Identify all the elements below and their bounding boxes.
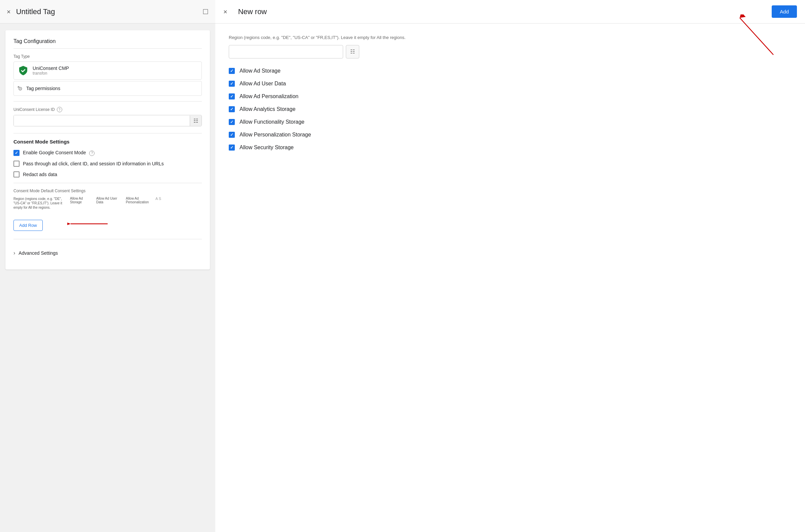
redact-ads-label: Redact ads data: [23, 172, 57, 177]
right-close-button[interactable]: ×: [223, 8, 227, 15]
checkbox-allow-functionality-storage[interactable]: [229, 119, 235, 125]
region-grid-button[interactable]: ☷: [346, 45, 359, 58]
tag-config-title: Tag Configuration: [14, 38, 202, 49]
uniconsent-tag-item[interactable]: UniConsent CMP transfon: [14, 61, 202, 80]
chevron-right-icon: ›: [14, 250, 15, 256]
right-checkbox-row: Allow Ad User Data: [229, 81, 791, 87]
right-checkbox-row: Allow Security Storage: [229, 145, 791, 151]
help-icon[interactable]: ?: [57, 107, 62, 112]
tag-type-label: Tag Type: [14, 54, 202, 59]
col-personal-header: Allow Ad Personalization: [126, 196, 153, 210]
pass-through-row: Pass through ad click, client ID, and se…: [14, 160, 202, 167]
add-button-arrow: [733, 15, 780, 58]
checkbox-allow-ad-user-data[interactable]: [229, 81, 235, 87]
checkbox-label-allow-personalization-storage: Allow Personalization Storage: [239, 132, 311, 138]
col-region-header: Region (regions code, e.g. "DE", "US-CA"…: [14, 196, 67, 210]
tag-type-section: Tag Type UniConsent CMP transfon ⛢ Tag p…: [14, 54, 202, 96]
divider-4: [14, 239, 202, 239]
checkbox-allow-security-storage[interactable]: [229, 145, 235, 151]
page-title: Untitled Tag: [16, 7, 202, 16]
right-checkbox-row: Allow Personalization Storage: [229, 132, 791, 138]
left-close-button[interactable]: ×: [7, 8, 11, 15]
right-header-left: × New row: [223, 7, 267, 16]
enable-consent-checkbox[interactable]: [14, 150, 19, 156]
redact-ads-checkbox[interactable]: [14, 171, 19, 177]
checkbox-list: Allow Ad StorageAllow Ad User DataAllow …: [229, 68, 791, 151]
right-checkbox-row: Allow Analytics Storage: [229, 106, 791, 112]
checkbox-label-allow-analytics-storage: Allow Analytics Storage: [239, 106, 295, 112]
divider-3: [14, 183, 202, 183]
table-header: Region (regions code, e.g. "DE", "US-CA"…: [14, 196, 202, 211]
tag-sub: transfon: [33, 71, 69, 76]
right-header: × New row Add: [215, 0, 805, 23]
tag-permissions-item[interactable]: ⛢ Tag permissions: [14, 81, 202, 96]
shield-icon: [18, 65, 29, 76]
checkbox-label-allow-security-storage: Allow Security Storage: [239, 145, 294, 151]
consent-default-label: Consent Mode Default Consent Settings: [14, 189, 202, 193]
tag-permissions-label: Tag permissions: [26, 86, 60, 91]
pass-through-checkbox[interactable]: [14, 160, 19, 167]
col-userdata-header: Allow Ad User Data: [96, 196, 123, 210]
col-more-header: A S: [155, 196, 162, 210]
right-checkbox-row: Allow Ad Storage: [229, 68, 791, 74]
enable-consent-label: Enable Google Consent Mode ?: [23, 150, 94, 156]
add-row-button[interactable]: Add Row: [14, 220, 43, 231]
consent-section-title: Consent Mode Settings: [14, 139, 202, 145]
left-content: Tag Configuration Tag Type UniConsent CM…: [0, 23, 215, 532]
divider-2: [14, 133, 202, 133]
license-grid-btn[interactable]: ☷: [190, 116, 201, 126]
right-checkbox-row: Allow Functionality Storage: [229, 119, 791, 125]
left-panel: × Untitled Tag ☐ Tag Configuration Tag T…: [0, 0, 215, 532]
checkbox-label-allow-ad-user-data: Allow Ad User Data: [239, 81, 286, 87]
license-input[interactable]: [14, 115, 190, 126]
enable-consent-row: Enable Google Consent Mode ?: [14, 150, 202, 156]
checkbox-allow-ad-personalization[interactable]: [229, 93, 235, 99]
region-input-row: ☷: [229, 45, 791, 58]
right-checkbox-row: Allow Ad Personalization: [229, 93, 791, 99]
checkbox-allow-ad-storage[interactable]: [229, 68, 235, 74]
add-button-container: Add: [772, 5, 797, 18]
right-panel: × New row Add Region (regions code, e.g.…: [215, 0, 805, 532]
key-icon: ⛢: [16, 84, 24, 93]
region-input[interactable]: [229, 45, 343, 58]
consent-help-icon[interactable]: ?: [89, 151, 94, 156]
add-row-arrow: [67, 217, 108, 230]
advanced-settings-row[interactable]: › Advanced Settings: [14, 245, 202, 262]
svg-line-3: [740, 18, 773, 55]
tag-config-card: Tag Configuration Tag Type UniConsent CM…: [5, 30, 210, 269]
left-header: × Untitled Tag ☐: [0, 0, 215, 23]
checkbox-allow-personalization-storage[interactable]: [229, 132, 235, 138]
right-panel-title: New row: [238, 7, 267, 16]
advanced-settings-label: Advanced Settings: [18, 250, 58, 256]
tag-name: UniConsent CMP: [33, 65, 69, 71]
tag-info: UniConsent CMP transfon: [33, 65, 69, 76]
license-input-group: ☷: [14, 115, 202, 126]
checkbox-label-allow-ad-storage: Allow Ad Storage: [239, 68, 280, 74]
checkbox-label-allow-functionality-storage: Allow Functionality Storage: [239, 119, 305, 125]
license-label: UniConsent License ID ?: [14, 107, 202, 112]
divider-1: [14, 101, 202, 101]
right-content: Region (regions code, e.g. "DE", "US-CA"…: [215, 23, 805, 532]
table-section: Consent Mode Default Consent Settings Re…: [14, 189, 202, 211]
redact-ads-row: Redact ads data: [14, 171, 202, 177]
checkbox-label-allow-ad-personalization: Allow Ad Personalization: [239, 93, 298, 99]
folder-icon[interactable]: ☐: [202, 8, 208, 16]
pass-through-label: Pass through ad click, client ID, and se…: [23, 161, 164, 166]
add-row-container: Add Row: [14, 216, 43, 231]
region-label: Region (regions code, e.g. "DE", "US-CA"…: [229, 34, 791, 41]
checkbox-allow-analytics-storage[interactable]: [229, 106, 235, 112]
col-storage-header: Allow Ad Storage: [70, 196, 93, 210]
